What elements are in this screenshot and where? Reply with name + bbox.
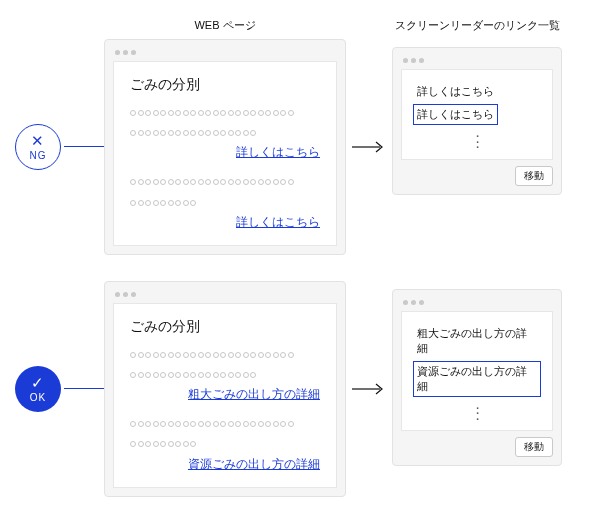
reader-list-item-selected[interactable]: 資源ごみの出し方の詳細: [414, 362, 540, 396]
header-page: WEB ページ: [104, 18, 346, 33]
placeholder-text: [130, 435, 320, 451]
reader-list-item-selected[interactable]: 詳しくはこちら: [414, 105, 497, 124]
cross-icon: ✕: [31, 133, 45, 148]
badge-ok: ✓ OK: [12, 366, 64, 412]
row-ok: ✓ OK ごみの分別 粗大ごみの出し方の詳細 資源ごみの出し方の詳細 粗大: [12, 281, 588, 497]
move-button[interactable]: 移動: [515, 437, 553, 457]
column-headers: WEB ページ スクリーンリーダーのリンク一覧: [104, 18, 588, 33]
link-recyclable-waste[interactable]: 資源ごみの出し方の詳細: [188, 457, 320, 471]
arrow-right-icon: [346, 382, 392, 396]
move-button[interactable]: 移動: [515, 166, 553, 186]
placeholder-text: [130, 194, 320, 210]
reader-window-ng: 詳しくはこちら 詳しくはこちら ・・・ 移動: [392, 47, 562, 195]
window-controls-icon: [113, 290, 337, 303]
connector-line: [64, 388, 104, 389]
reader-list-item[interactable]: 粗大ごみの出し方の詳細: [414, 324, 540, 358]
arrow-right-icon: [346, 140, 392, 154]
window-controls-icon: [401, 298, 553, 311]
window-controls-icon: [401, 56, 553, 69]
placeholder-text: [130, 173, 320, 189]
connector-line: [64, 146, 104, 147]
page-title: ごみの分別: [130, 76, 320, 94]
reader-window-ok: 粗大ごみの出し方の詳細 資源ごみの出し方の詳細 ・・・ 移動: [392, 289, 562, 467]
page-window-ok: ごみの分別 粗大ごみの出し方の詳細 資源ごみの出し方の詳細: [104, 281, 346, 497]
placeholder-text: [130, 104, 320, 120]
page-window-ng: ごみの分別 詳しくはこちら 詳しくはこちら: [104, 39, 346, 255]
window-controls-icon: [113, 48, 337, 61]
badge-ng: ✕ NG: [12, 124, 64, 170]
placeholder-text: [130, 346, 320, 362]
placeholder-text: [130, 366, 320, 382]
link-bulky-waste[interactable]: 粗大ごみの出し方の詳細: [188, 387, 320, 401]
badge-ng-label: NG: [30, 150, 47, 161]
row-ng: ✕ NG ごみの分別 詳しくはこちら 詳しくはこちら 詳しくはこちら: [12, 39, 588, 255]
page-title: ごみの分別: [130, 318, 320, 336]
link-detail-2[interactable]: 詳しくはこちら: [236, 215, 320, 229]
header-reader: スクリーンリーダーのリンク一覧: [392, 18, 562, 33]
placeholder-text: [130, 124, 320, 140]
reader-list-item[interactable]: 詳しくはこちら: [414, 82, 497, 101]
badge-ok-label: OK: [30, 392, 46, 403]
placeholder-text: [130, 415, 320, 431]
check-icon: ✓: [31, 375, 45, 390]
diagram: WEB ページ スクリーンリーダーのリンク一覧 ✕ NG ごみの分別 詳しくはこ…: [0, 0, 600, 513]
link-detail-1[interactable]: 詳しくはこちら: [236, 145, 320, 159]
ellipsis-icon: ・・・: [414, 134, 540, 151]
ellipsis-icon: ・・・: [414, 406, 540, 423]
